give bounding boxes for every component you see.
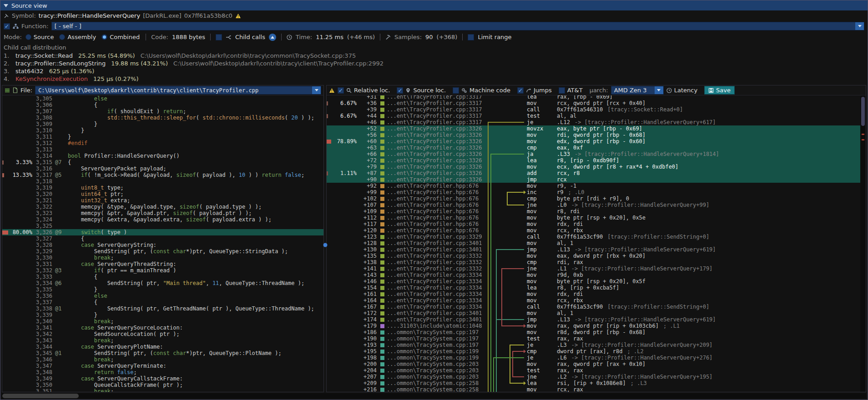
- assembly-row[interactable]: +117...ent\TracyProfiler.hpp:676movrdx, …: [327, 221, 866, 227]
- chevron-down-icon[interactable]: [855, 22, 864, 30]
- source-line[interactable]: 3,331 case ServerQueryThreadString:: [2, 261, 323, 267]
- source-loc-toggle[interactable]: Source loc.: [397, 87, 446, 94]
- assembly-row[interactable]: +200...ommon\TracySystem.cpp:203movrax, …: [327, 361, 866, 367]
- assembly-row[interactable]: 78.89%+60...ent\TracyProfiler.cpp:3326mo…: [327, 138, 866, 145]
- source-line[interactable]: 3,349 case ServerQueryCallstackFrame:: [2, 375, 323, 382]
- assembly-row[interactable]: +207...ommon\TracySystem.cpp:203jne.L2->…: [327, 374, 866, 380]
- chevron-down-icon[interactable]: [312, 86, 321, 94]
- assembly-scrollbar[interactable]: [860, 95, 866, 392]
- chevron-down-icon[interactable]: [655, 86, 663, 94]
- att-checkbox[interactable]: [559, 87, 565, 94]
- source-line[interactable]: 3,330 break;: [2, 255, 323, 261]
- assembly-row[interactable]: +195...ommon\TracySystem.cpp:199cmpdword…: [327, 348, 866, 355]
- collapse-icon[interactable]: [4, 4, 8, 7]
- assembly-row[interactable]: +174...ent\TracyProfiler.cpp:3401jmp.L13…: [327, 316, 866, 323]
- source-line[interactable]: 3,309 }: [2, 121, 323, 127]
- titlebar[interactable]: Source view: [0, 0, 868, 10]
- assembly-row[interactable]: +123...ent\TracyProfiler.cpp:3329call0x7…: [327, 234, 866, 240]
- assembly-row[interactable]: +56...ent\TracyProfiler.cpp:3326movrdi, …: [327, 132, 866, 138]
- att-toggle[interactable]: AT&T: [559, 87, 583, 94]
- source-line[interactable]: 3,321 uint32_t extra;: [2, 197, 323, 204]
- source-loc-checkbox[interactable]: [397, 87, 403, 94]
- assembly-row[interactable]: +99...ent\TracyProfiler.hpp:676incr9; .L…: [327, 189, 866, 195]
- assembly-row[interactable]: +92...ent\TracyProfiler.hpp:676movr9, -1: [327, 183, 866, 189]
- source-line[interactable]: 3,308 std::this_thread::sleep_for( std::…: [2, 115, 323, 121]
- source-line[interactable]: 3,312#endif: [2, 140, 323, 146]
- machine-code-checkbox[interactable]: [453, 87, 459, 94]
- source-line[interactable]: 80.00%3,326@9 switch( type ): [2, 229, 323, 235]
- file-list-icon[interactable]: [5, 88, 10, 93]
- scrollbar-thumb[interactable]: [861, 97, 865, 126]
- assembly-row[interactable]: +141...ent\TracyProfiler.cpp:3332jne.L1-…: [327, 265, 866, 272]
- source-line[interactable]: 3,336 else: [2, 293, 323, 299]
- assembly-row[interactable]: 1.11%+87...ent\TracyProfiler.cpp:3326add…: [327, 170, 866, 176]
- assembly-row[interactable]: +209...ommon\TracySystem.cpp:258learsi, …: [327, 380, 866, 386]
- child-calls-checkbox[interactable]: [216, 34, 222, 40]
- up-level-button[interactable]: [269, 34, 276, 41]
- mode-radio-source[interactable]: Source: [25, 34, 54, 40]
- limit-range-checkbox[interactable]: [468, 34, 474, 40]
- assembly-view[interactable]: +31...ent\TracyProfiler.cpp:3317learax, …: [327, 95, 866, 392]
- assembly-row[interactable]: +102...ent\TracyProfiler.hpp:676cmpbyte …: [327, 195, 866, 202]
- source-line[interactable]: 3,306 {: [2, 102, 323, 108]
- assembly-row[interactable]: +135...ent\TracyProfiler.cpp:3332moveax,…: [327, 253, 866, 259]
- assembly-row[interactable]: +179....31103\include\atomic:1048movrax,…: [327, 323, 866, 329]
- source-line[interactable]: 3,338@1 SendString( ptr, GetThreadName( …: [2, 305, 323, 312]
- child-call-item[interactable]: 3.stat64i32625 μs (1.36%): [4, 67, 864, 75]
- assembly-row[interactable]: +161...ent\TracyProfiler.cpp:3334movrdx,…: [327, 291, 866, 297]
- file-combo[interactable]: C:\Users\wolf\Desktop\darkrl\contrib\tra…: [35, 86, 321, 95]
- assembly-row[interactable]: +172...ent\TracyProfiler.cpp:3401moval, …: [327, 310, 866, 316]
- source-code-view[interactable]: 3,305 else3,306 {3,307 if( shouldExit ) …: [2, 95, 323, 392]
- save-button[interactable]: Save: [704, 86, 735, 95]
- assembly-row[interactable]: +204...ommon\TracySystem.cpp:203testrax,…: [327, 367, 866, 374]
- assembly-row[interactable]: +193...ommon\TracySystem.cpp:197je.L3-> …: [327, 342, 866, 348]
- mode-radio-assembly[interactable]: Assembly: [59, 34, 96, 40]
- source-line[interactable]: 3,325: [2, 223, 323, 229]
- source-line[interactable]: 3,346 break;: [2, 356, 323, 363]
- assembly-row[interactable]: +66...ent\TracyProfiler.cpp:3326ja.L33->…: [327, 151, 866, 157]
- jumps-toggle[interactable]: Jumps: [517, 87, 552, 94]
- assembly-row[interactable]: +186...ommon\TracySystem.cpp:197movr8d, …: [327, 329, 866, 335]
- source-line[interactable]: 3,305 else: [2, 95, 323, 102]
- source-line[interactable]: 3,348 return false;: [2, 369, 323, 375]
- source-line[interactable]: 3,328 case ServerQueryString:: [2, 242, 323, 248]
- source-line[interactable]: 3,318: [2, 178, 323, 185]
- source-line[interactable]: 3,314bool Profiler::HandleServerQuery(): [2, 153, 323, 159]
- assembly-row[interactable]: 6.67%+44...ent\TracyProfiler.cpp:3317tes…: [327, 113, 866, 119]
- source-line[interactable]: 3,347 case ServerQueryTerminate:: [2, 363, 323, 369]
- source-line[interactable]: 3,344 case ServerQueryPlotName:: [2, 344, 323, 350]
- source-line[interactable]: 3,334@6 SendString( ptr, "Main thread", …: [2, 280, 323, 286]
- assembly-row[interactable]: +90...ent\TracyProfiler.cpp:3326jmprcx: [327, 176, 866, 183]
- assembly-row[interactable]: +190...ommon\TracySystem.cpp:197testrax,…: [327, 335, 866, 342]
- source-line[interactable]: 3,310 }: [2, 127, 323, 134]
- source-line[interactable]: 3,311}: [2, 134, 323, 140]
- source-line[interactable]: 3,323 memcpy( &ptr, &payload.ptr, sizeof…: [2, 210, 323, 216]
- relative-loc-toggle[interactable]: Relative loc.: [338, 87, 390, 94]
- source-line[interactable]: 3,340 break;: [2, 318, 323, 325]
- assembly-row[interactable]: +107...ent\TracyProfiler.hpp:676jne.L0->…: [327, 202, 866, 208]
- assembly-row[interactable]: +154...ent\TracyProfiler.cpp:3334lear8, …: [327, 285, 866, 291]
- mode-radio-combined[interactable]: Combined: [101, 34, 140, 40]
- latency-button[interactable]: Latency: [666, 87, 697, 94]
- assembly-row[interactable]: +198...ommon\TracySystem.cpp:199je.L6-> …: [327, 355, 866, 361]
- source-line[interactable]: 3.33%3,315@7{: [2, 159, 323, 165]
- source-line[interactable]: 3,335 }: [2, 286, 323, 293]
- relative-loc-checkbox[interactable]: [338, 87, 344, 94]
- assembly-row[interactable]: 6.67%+36...ent\TracyProfiler.cpp:3317mov…: [327, 100, 866, 106]
- source-line[interactable]: 3,341 case ServerQuerySourceLocation:: [2, 325, 323, 331]
- source-line[interactable]: 3,313: [2, 146, 323, 153]
- assembly-row[interactable]: +63...ent\TracyProfiler.cpp:3326cmpeax, …: [327, 145, 866, 151]
- function-combo[interactable]: [ - self - ]: [51, 22, 864, 30]
- assembly-row[interactable]: +46...ent\TracyProfiler.cpp:3317je.L12->…: [327, 119, 866, 125]
- source-line[interactable]: 3,307 if( shouldExit ) return;: [2, 108, 323, 115]
- source-line[interactable]: 3,324 memcpy( &extra, &payload.extra, si…: [2, 216, 323, 223]
- source-line[interactable]: 3,342 SendSourceLocation( ptr );: [2, 331, 323, 337]
- source-line[interactable]: 3,332@3 if( ptr == m_mainThread ): [2, 267, 323, 274]
- source-line[interactable]: 3,320 uint64_t ptr;: [2, 191, 323, 197]
- assembly-row[interactable]: +216...ommon\TracySystem.cpp:258movrcx, …: [327, 386, 866, 392]
- source-line[interactable]: 3,327 {: [2, 235, 323, 242]
- assembly-row[interactable]: +109...ent\TracyProfiler.hpp:676movr8, r…: [327, 208, 866, 215]
- source-line[interactable]: 3,319 uint8_t type;: [2, 185, 323, 191]
- assembly-row[interactable]: +164...ent\TracyProfiler.cpp:3334movrcx,…: [327, 297, 866, 304]
- assembly-row[interactable]: +72...ent\TracyProfiler.cpp:3326lear8, […: [327, 157, 866, 164]
